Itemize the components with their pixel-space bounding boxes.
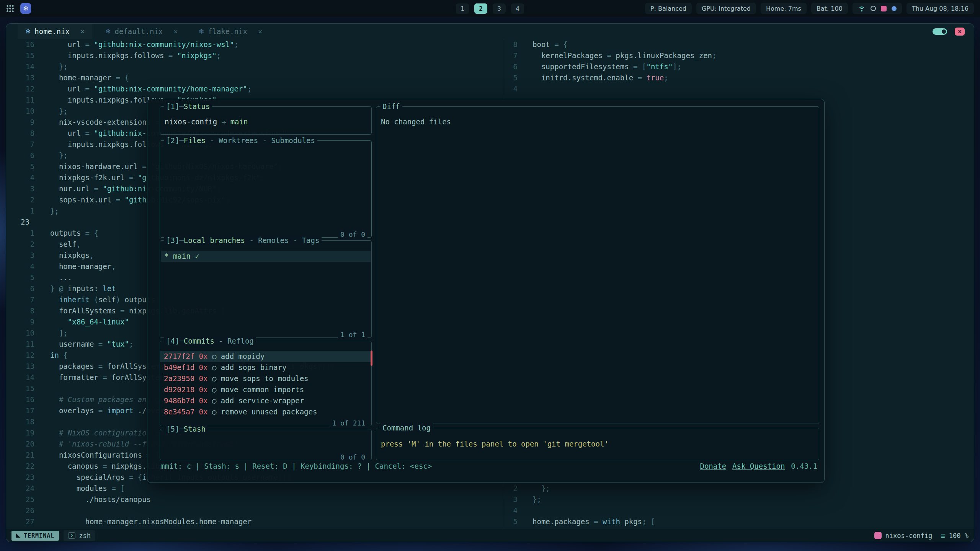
nix-icon: ❄ (105, 28, 111, 35)
shell-label: zsh (79, 532, 91, 540)
line-text: }; (50, 205, 59, 217)
lazygit-commits-panel[interactable]: [4]Commits - Reflog 2717f2f 0x ○ add mop… (160, 341, 372, 426)
line-number: 16 (6, 394, 34, 405)
lazygit-files-panel[interactable]: [2]Files - Worktrees - Submodules 0 of 0 (160, 140, 372, 238)
workspace-button-2[interactable]: 2 (474, 3, 487, 14)
code-line: 8boot = { (506, 39, 716, 50)
line-text: nixosConfigurations = { (50, 450, 160, 461)
tab-label: flake.nix (208, 27, 247, 36)
donate-link[interactable]: Donate (700, 460, 726, 472)
workspace-button-3[interactable]: 3 (493, 3, 506, 14)
media-icon[interactable] (881, 6, 887, 11)
editor-status-bar: TERMINAL ❯ zsh nixos-config ≡ 100 % (6, 529, 974, 542)
commit-list: 2717f2f 0x ○ add mopidyb49ef1d 0x ○ add … (160, 341, 371, 417)
top-bar-right: P: BalancedGPU: IntegratedHome: 7msBat: … (645, 3, 974, 14)
line-text: ./hosts/canopus (50, 494, 151, 505)
line-text: } @ inputs: let (50, 283, 116, 294)
line-number: 23 (6, 217, 34, 228)
lazygit-version: 0.43.1 (791, 460, 817, 472)
window-controls: × (933, 28, 965, 36)
line-number: 8 (6, 305, 34, 316)
line-number: 6 (6, 283, 34, 294)
shell-tab[interactable]: ❯ zsh (64, 530, 95, 541)
commit-author: 0x (199, 408, 208, 416)
editor-tab[interactable]: ❄flake.nix× (191, 24, 270, 39)
line-number: 15 (6, 383, 34, 394)
line-number: 18 (6, 416, 34, 427)
workspace-button-1[interactable]: 1 (456, 3, 469, 14)
wifi-icon[interactable] (858, 5, 866, 11)
code-line: 5 initrd.systemd.enable = true; (506, 72, 716, 83)
line-text: modules = [ (50, 483, 125, 494)
code-line: 5home.packages = with pkgs; [ (506, 516, 655, 527)
line-number: 4 (506, 505, 518, 516)
editor-tab[interactable]: ❄default.nix× (98, 24, 186, 39)
tab-close-icon[interactable]: × (173, 27, 178, 36)
line-text: username = "tux"; (50, 339, 133, 350)
workspace-button-4[interactable]: 4 (511, 3, 524, 14)
commit-row[interactable]: d920218 0x ○ move common imports (160, 384, 371, 395)
commit-row[interactable]: 2a23950 0x ○ move sops to modules (160, 373, 371, 384)
branches-panel-title: [3]Local branches - Remotes - Tags (164, 235, 322, 245)
commit-row[interactable]: 8e345a7 0x ○ remove unused packages (160, 406, 371, 417)
status-bar-right: nixos-config ≡ 100 % (874, 531, 969, 540)
line-text: supportedFilesystems = ["ntfs"]; (532, 61, 681, 72)
editor-pane-right-top[interactable]: 8boot = {7 kernelPackages = pkgs.linuxPa… (506, 39, 716, 95)
lazygit-diff-panel[interactable]: Diff No changed files (376, 106, 819, 424)
line-number: 11 (6, 339, 34, 350)
branch-row[interactable]: * main ✓ (161, 251, 371, 262)
tab-close-icon[interactable]: × (80, 27, 85, 36)
commit-row[interactable]: 2717f2f 0x ○ add mopidy (160, 351, 371, 362)
line-number: 9 (6, 117, 34, 128)
commit-author: 0x (199, 374, 208, 383)
line-number: 5 (6, 272, 34, 283)
code-line: 6 supportedFilesystems = ["ntfs"]; (506, 61, 716, 72)
ask-question-link[interactable]: Ask Question (732, 460, 785, 472)
tab-bar: ❄home.nix×❄default.nix×❄flake.nix× × (6, 24, 974, 39)
commit-node-icon: ○ (212, 352, 216, 360)
line-number: 6 (506, 61, 518, 72)
commit-row[interactable]: b49ef1d 0x ○ add sops binary (160, 362, 371, 373)
nix-launcher-icon[interactable]: ❄ (20, 3, 31, 14)
code-line: 27 home-manager.nixosModules.home-manage… (6, 516, 504, 527)
files-count: 0 of 0 (338, 230, 368, 240)
commit-author: 0x (199, 396, 208, 405)
line-text: ]; (50, 328, 68, 339)
lazygit-status-panel[interactable]: [1]Status nixos-config → main (160, 106, 372, 135)
nix-icon: ❄ (25, 28, 31, 35)
commit-message: move common imports (221, 385, 304, 394)
lazygit-command-log-panel[interactable]: Command log press 'M' in the files panel… (376, 428, 819, 460)
line-number: 9 (6, 316, 34, 328)
line-text: home-manager = { (50, 72, 129, 83)
code-line: 12 url = "github:nix-community/home-mana… (6, 83, 504, 95)
commit-message: add sops binary (221, 363, 287, 372)
line-number: 5 (506, 72, 518, 83)
commit-author: 0x (199, 385, 208, 394)
code-line: 25 ./hosts/canopus (6, 494, 504, 505)
window-close-button[interactable]: × (955, 28, 965, 36)
line-number: 14 (6, 61, 34, 72)
code-line: 2 }; (506, 483, 655, 494)
window-toggle-pill[interactable] (933, 28, 947, 35)
editor-tab[interactable]: ❄home.nix× (18, 24, 92, 39)
commits-panel-title: [4]Commits - Reflog (164, 336, 256, 346)
tab-close-icon[interactable]: × (258, 27, 262, 36)
commit-row[interactable]: 9486b7d 0x ○ add service-wrapper (160, 395, 371, 406)
lazygit-stash-panel[interactable]: [5]Stash 0 of 0 (160, 429, 372, 460)
apps-grid-icon[interactable] (6, 5, 14, 13)
editor-pane-right-bottom[interactable]: 2 };3};45home.packages = with pkgs; [ (506, 483, 655, 527)
lazygit-branches-panel[interactable]: [3]Local branches - Remotes - Tags * mai… (160, 240, 372, 338)
top-bar: ❄ 1234 P: BalancedGPU: IntegratedHome: 7… (0, 0, 980, 17)
mode-label: TERMINAL (24, 532, 54, 539)
command-log-content: press 'M' in the files panel to open 'gi… (376, 428, 819, 448)
commit-node-icon: ○ (212, 408, 216, 416)
stash-panel-title: [5]Stash (164, 424, 208, 434)
commits-scrollbar[interactable] (371, 350, 372, 366)
power-icon[interactable] (892, 6, 897, 11)
line-text: url = "github:nix-community/nixos-wsl"; (50, 39, 238, 50)
line-number: 3 (6, 183, 34, 194)
line-number: 15 (6, 50, 34, 61)
tab-label: home.nix (34, 27, 70, 36)
line-text: }; (50, 61, 68, 72)
notification-icon[interactable] (871, 6, 876, 11)
